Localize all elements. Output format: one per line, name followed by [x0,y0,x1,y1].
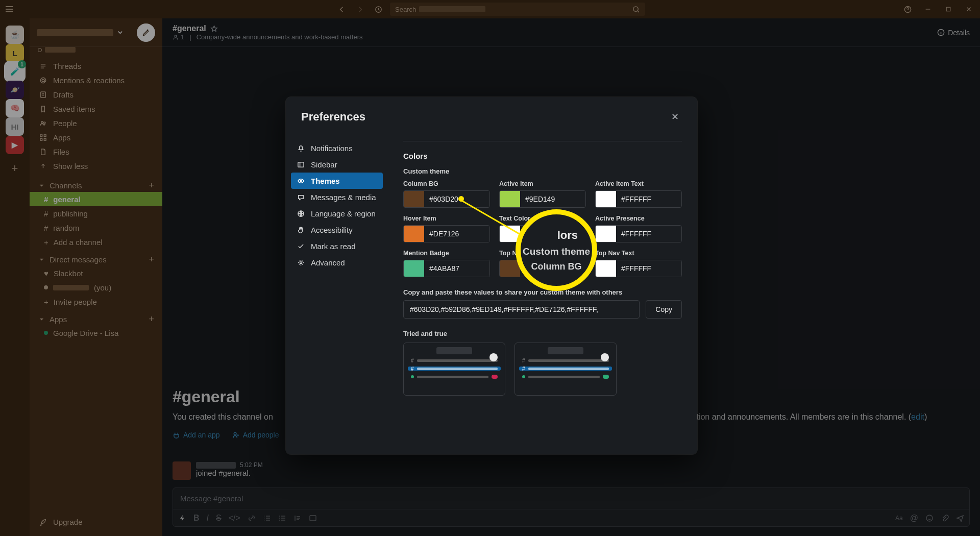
channel-random[interactable]: #random [30,221,162,235]
theme-string-input[interactable]: #603D20,#592D86,#9ED149,#FFFFFF,#DE7126,… [403,300,640,319]
workspace-button[interactable]: 🪐 [6,81,24,99]
workspace-button[interactable]: ☕ [6,26,24,44]
sidebar-item-people[interactable]: People [30,116,162,130]
dm-self[interactable]: (you) [30,280,162,295]
bullet-list-icon[interactable] [278,514,286,522]
composer-placeholder[interactable]: Message #general [173,488,969,509]
details-button[interactable]: Details [937,29,970,37]
sidebar-item-file[interactable]: Files [30,144,162,159]
maximize-button[interactable] [941,3,955,15]
color-swatch[interactable] [596,260,616,277]
svg-rect-3 [946,7,950,11]
pref-nav-themes[interactable]: Themes [291,173,383,189]
message-composer[interactable]: Message #general B I S </> Aa @ [173,488,970,527]
pref-nav-mark-as-read[interactable]: Mark as read [291,238,383,254]
dm-section-header[interactable]: Direct messages + [30,249,162,266]
color-input[interactable]: #603D20 [403,190,490,208]
minimize-button[interactable] [921,3,935,15]
apps-label: Apps [50,315,67,324]
add-channel-link[interactable]: +Add a channel [30,235,162,249]
theme-preset-card[interactable]: # # [514,343,617,396]
pref-nav-sidebar[interactable]: Sidebar [291,156,383,173]
workspace-header[interactable] [30,18,162,47]
app-item[interactable]: Google Drive - Lisa [30,326,162,340]
workspace-button[interactable]: 🧠 [6,99,24,117]
add-app-link[interactable]: Add an app [173,431,220,439]
color-swatch[interactable] [404,260,424,277]
workspace-button[interactable]: ▶ [6,136,24,154]
emoji-icon[interactable] [925,514,934,522]
color-input[interactable]: #DE7126 [403,225,490,242]
color-input[interactable]: #FFFFFF [595,260,682,277]
apps-section-header[interactable]: Apps + [30,309,162,326]
channels-section-header[interactable]: Channels + [30,175,162,192]
color-input[interactable]: #FFFFFF [595,225,682,242]
menu-icon[interactable] [4,4,14,14]
modal-close-button[interactable]: ✕ [668,110,682,124]
check-icon [297,242,305,250]
compose-button[interactable] [137,23,155,42]
sidebar-item-apps[interactable]: Apps [30,130,162,144]
add-channel-plus[interactable]: + [149,180,154,191]
nav-forward-button[interactable] [353,3,366,16]
italic-button[interactable]: I [207,514,209,523]
color-swatch[interactable] [596,226,616,242]
color-input[interactable]: #4ABA87 [403,260,490,277]
invite-people-link[interactable]: +Invite people [30,295,162,309]
color-swatch[interactable] [596,191,616,207]
nav-back-button[interactable] [335,3,348,16]
add-people-link[interactable]: Add people [232,431,279,439]
quote-icon[interactable] [293,514,302,522]
channel-general[interactable]: #general [30,192,162,206]
dm-slackbot[interactable]: ♥Slackbot [30,266,162,280]
lightning-icon[interactable] [178,514,186,522]
close-button[interactable] [962,3,976,15]
add-workspace-button[interactable]: + [6,159,24,178]
color-swatch[interactable] [500,191,520,207]
workspace-button[interactable]: 🧪1 [6,62,24,81]
color-swatch[interactable] [404,191,424,207]
upgrade-link[interactable]: Upgrade [30,515,162,529]
bold-button[interactable]: B [193,514,200,523]
dm-label: Direct messages [50,255,107,264]
message-time: 5:02 PM [240,461,263,469]
code-button[interactable]: </> [229,514,240,523]
sidebar-item-at[interactable]: Mentions & reactions [30,73,162,87]
strike-button[interactable]: S [216,514,222,523]
workspace-button[interactable]: L [6,44,24,62]
pref-nav-notifications[interactable]: Notifications [291,140,383,156]
codeblock-icon[interactable] [309,514,317,522]
sidebar-item-up[interactable]: Show less [30,159,162,173]
history-button[interactable] [372,3,385,16]
add-app-plus[interactable]: + [149,314,154,325]
sidebar-item-bookmark[interactable]: Saved items [30,102,162,116]
ordered-list-icon[interactable] [263,514,271,522]
attach-icon[interactable] [941,514,949,522]
link-icon[interactable] [248,514,256,522]
chevron-down-icon [116,29,124,36]
help-button[interactable] [900,3,915,15]
modal-title: Preferences [301,110,365,124]
mention-button[interactable]: @ [910,514,918,523]
color-input[interactable]: #FFFFFF [595,190,682,208]
sidebar-item-draft[interactable]: Drafts [30,87,162,102]
star-icon[interactable] [210,25,218,33]
color-swatch[interactable] [404,226,424,242]
search-input[interactable]: Search [390,3,645,16]
sidebar-item-threads[interactable]: Threads [30,59,162,73]
pref-nav-accessibility[interactable]: Accessibility [291,222,383,238]
edit-topic-link[interactable]: edit [911,412,924,421]
format-button[interactable]: Aa [895,515,903,522]
copy-button[interactable]: Copy [646,300,682,319]
pref-nav-language-region[interactable]: Language & region [291,205,383,222]
search-icon [632,6,640,13]
theme-preset-card[interactable]: # # [403,343,505,396]
pref-nav-messages-media[interactable]: Messages & media [291,189,383,205]
send-icon[interactable] [956,514,964,522]
add-dm-plus[interactable]: + [149,254,154,265]
channel-publishing[interactable]: #publishing [30,206,162,221]
user-name-redacted [45,47,76,53]
workspace-button[interactable]: HI [6,117,24,136]
color-input[interactable]: #9ED149 [499,190,586,208]
pref-nav-advanced[interactable]: Advanced [291,254,383,271]
